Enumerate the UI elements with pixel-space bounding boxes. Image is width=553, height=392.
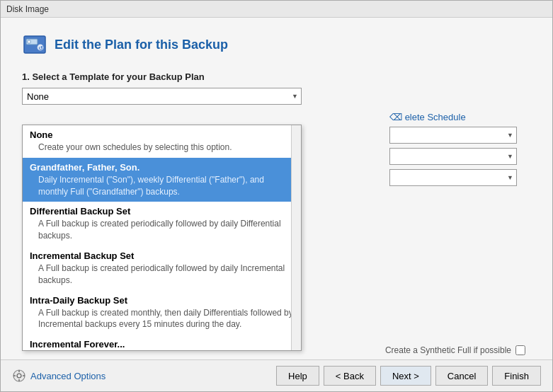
next-button[interactable]: Next > <box>380 366 431 386</box>
left-panel: None None Create your own schedules by s… <box>22 88 375 334</box>
template-dropdown-container: None <box>22 88 375 105</box>
dropdown-item-gfs-desc: Daily Incremental ("Son"), weekly Differ… <box>30 174 294 198</box>
template-dropdown[interactable]: None <box>22 88 302 105</box>
dropdown-item-incremental-desc: A Full backup is created periodically fo… <box>30 263 294 287</box>
footer-buttons: Help < Back Next > Cancel Finish <box>276 366 541 386</box>
page-title: Edit the Plan for this Backup <box>55 38 228 52</box>
dropdown-list: None Create your own schedules by select… <box>22 125 302 351</box>
schedule-dropdown-3[interactable] <box>389 169 517 186</box>
dropdown-scrollbar[interactable] <box>291 125 301 350</box>
dropdown-item-none[interactable]: None Create your own schedules by select… <box>23 125 301 158</box>
dropdown-list-wrap: None Create your own schedules by select… <box>22 108 375 334</box>
cancel-button[interactable]: Cancel <box>435 366 488 386</box>
content-area: ↺ Edit the Plan for this Backup 1. Selec… <box>1 18 552 359</box>
dropdown-item-incremental-forever-title: Incremental Forever... <box>30 339 294 350</box>
dropdown-item-incremental[interactable]: Incremental Backup Set A Full backup is … <box>23 246 301 291</box>
delete-icon: ⌫ <box>389 112 402 122</box>
section1-label: 1. Select a Template for your Backup Pla… <box>22 71 531 82</box>
delete-schedule-link[interactable]: ⌫ elete Schedule <box>389 112 531 122</box>
synthetic-full-checkbox[interactable] <box>515 345 525 355</box>
dropdown-item-intradaily-title: Intra-Daily Backup Set <box>30 295 294 306</box>
finish-button[interactable]: Finish <box>492 366 541 386</box>
svg-text:↺: ↺ <box>38 45 43 52</box>
schedule-dropdown-1[interactable] <box>389 127 517 144</box>
dropdown-item-none-desc: Create your own schedules by selecting t… <box>30 142 294 154</box>
dropdown-item-differential-title: Differential Backup Set <box>30 206 294 217</box>
dropdown-item-intradaily-desc: A Full backup is created monthly, then d… <box>30 307 294 331</box>
main-layout: None None Create your own schedules by s… <box>22 88 531 334</box>
footer: Advanced Options Help < Back Next > Canc… <box>1 359 552 391</box>
schedule-dropdown-2[interactable] <box>389 148 517 165</box>
help-button[interactable]: Help <box>276 366 319 386</box>
dropdown-item-none-title: None <box>30 129 294 140</box>
main-window: Disk Image ↺ Edit the Plan for this Back… <box>0 0 553 392</box>
advanced-options-icon <box>12 369 26 383</box>
window-title: Disk Image <box>6 4 49 14</box>
dropdown-item-incremental-forever[interactable]: Incremental Forever... <box>23 335 301 350</box>
dropdown-item-gfs[interactable]: Grandfather, Father, Son. Daily Incremen… <box>23 158 301 202</box>
dropdown-item-differential[interactable]: Differential Backup Set A Full backup is… <box>23 202 301 246</box>
svg-rect-2 <box>28 40 30 43</box>
right-side-panel: ⌫ elete Schedule <box>389 109 531 334</box>
dropdown-item-gfs-title: Grandfather, Father, Son. <box>30 162 294 173</box>
title-bar: Disk Image <box>1 1 552 18</box>
back-button[interactable]: < Back <box>324 366 376 386</box>
dropdown-item-incremental-title: Incremental Backup Set <box>30 250 294 261</box>
advanced-options-link[interactable]: Advanced Options <box>30 371 106 381</box>
dropdown-selected-value: None <box>27 91 49 102</box>
page-header: ↺ Edit the Plan for this Backup <box>22 32 531 57</box>
disk-backup-icon: ↺ <box>22 32 47 57</box>
synthetic-full-label: Create a Synthetic Full if possible <box>385 345 511 355</box>
delete-schedule-label: elete Schedule <box>405 112 466 122</box>
footer-left: Advanced Options <box>12 369 106 383</box>
dropdown-item-differential-desc: A Full backup is created periodically fo… <box>30 218 294 242</box>
dropdown-item-intradaily[interactable]: Intra-Daily Backup Set A Full backup is … <box>23 291 301 335</box>
